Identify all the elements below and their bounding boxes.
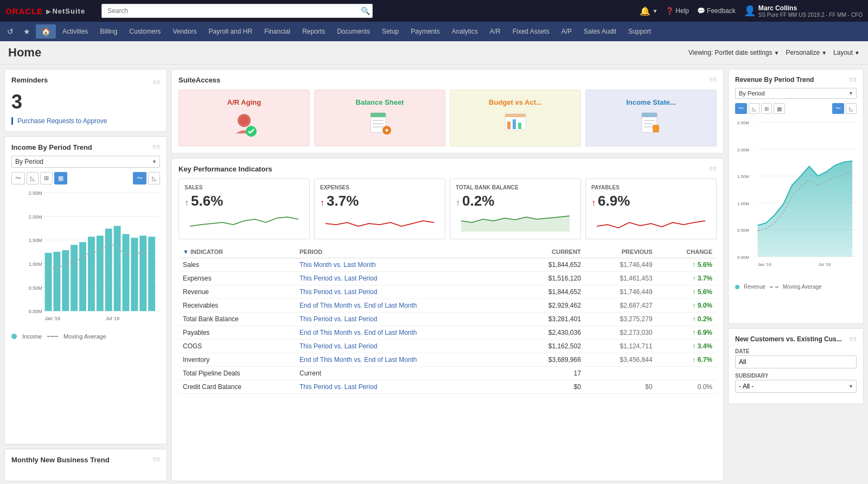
kpi-card: Key Performance Indicators ⠿⠿ SALES ↑ 5.…	[171, 158, 724, 481]
user-button[interactable]: 👤 Marc Collins SS Pure FF MM US 2019.2 -…	[744, 4, 863, 18]
kpi-row-period[interactable]: End of This Month vs. End of Last Month	[295, 326, 514, 340]
nav-home-icon[interactable]: 🏠	[36, 24, 56, 39]
suite-access-income-state[interactable]: Income State...	[585, 90, 717, 147]
kpi-row-previous: $1,461,453	[585, 272, 657, 285]
subsidiary-select[interactable]: - All -	[735, 380, 857, 393]
revenue-trend-title: Revenue By Period Trend	[735, 76, 814, 84]
kpi-row-change: ↑ 3.4%	[657, 340, 717, 353]
sidebar-item-customers[interactable]: Customers	[124, 24, 166, 39]
chart-type-bar[interactable]: ▦	[54, 172, 67, 184]
chart-view-toggle-1[interactable]: 〜	[133, 172, 146, 184]
kpi-bank-label: TOTAL BANK BALANCE	[456, 184, 575, 190]
period-select-wrapper: By Period	[11, 156, 160, 168]
kpi-row-previous: $3,456,844	[585, 353, 657, 367]
suite-access-balance-sheet[interactable]: Balance Sheet	[314, 90, 445, 147]
sidebar-item-vendors[interactable]: Vendors	[167, 24, 202, 39]
sidebar-item-payroll[interactable]: Payroll and HR	[203, 24, 258, 39]
revenue-chart-type-area[interactable]: ◺	[749, 103, 760, 114]
svg-rect-31	[371, 113, 386, 117]
kpi-row-change	[657, 367, 717, 380]
date-input[interactable]	[735, 355, 857, 368]
sidebar-item-setup[interactable]: Setup	[376, 24, 404, 39]
revenue-chart-type-line[interactable]: 〜	[735, 103, 747, 114]
subsidiary-label: SUBSIDIARY	[735, 373, 857, 379]
kpi-row-current: $1,844,652	[514, 258, 585, 272]
kpi-row-previous: $3,275,279	[585, 313, 657, 326]
sidebar-item-fixed-assets[interactable]: Fixed Assets	[507, 24, 555, 39]
search-input[interactable]	[101, 4, 373, 18]
date-form-row: DATE	[735, 348, 857, 368]
portlet-dropdown-icon: ▼	[774, 50, 780, 56]
svg-rect-19	[105, 228, 112, 311]
revenue-moving-avg-label: Moving Average	[783, 284, 822, 290]
kpi-row-previous: $1,124,711	[585, 340, 657, 353]
sidebar-item-documents[interactable]: Documents	[331, 24, 375, 39]
svg-rect-42	[518, 123, 521, 129]
kpi-sales-arrow-up: ↑	[184, 198, 189, 208]
kpi-row-period[interactable]: This Month vs. Last Month	[295, 258, 514, 272]
nav-refresh-icon[interactable]: ↺	[3, 24, 18, 39]
kpi-table-header-change: CHANGE	[657, 246, 717, 258]
sidebar-item-sales-audit[interactable]: Sales Audit	[578, 24, 622, 39]
search-button[interactable]: 🔍	[361, 7, 370, 15]
svg-text:2.50M: 2.50M	[29, 190, 42, 196]
kpi-row-period[interactable]: End of This Month vs. End of Last Month	[295, 353, 514, 367]
kpi-row-period[interactable]: This Period vs. Last Period	[295, 340, 514, 353]
sidebar-item-ap[interactable]: A/P	[556, 24, 577, 39]
kpi-row-period[interactable]: This Period vs. Last Period	[295, 313, 514, 326]
sidebar-item-ar[interactable]: A/R	[484, 24, 506, 39]
income-trend-title: Income By Period Trend	[11, 143, 92, 151]
sidebar-item-support[interactable]: Support	[623, 24, 656, 39]
revenue-period-select-wrapper: By Period	[735, 88, 857, 99]
kpi-sales-label: SALES	[184, 184, 304, 190]
suite-access-budget-vs-act[interactable]: Budget vs Act...	[450, 90, 581, 147]
nav-star-icon[interactable]: ★	[19, 24, 35, 39]
date-label: DATE	[735, 348, 857, 354]
viewing-portlet-link[interactable]: Viewing: Portlet date settings ▼	[688, 49, 779, 56]
reminder-link[interactable]: Purchase Requests to Approve	[11, 117, 107, 125]
sidebar-item-reports[interactable]: Reports	[297, 24, 330, 39]
sidebar-item-analytics[interactable]: Analytics	[446, 24, 483, 39]
notification-button[interactable]: 🔔▼	[640, 6, 658, 16]
kpi-row-period[interactable]: This Period vs. Last Period	[295, 272, 514, 285]
chart-type-area[interactable]: ◺	[27, 172, 39, 184]
help-button[interactable]: ❓ Help	[666, 7, 689, 15]
oracle-logo: ORACLE ▶ NetSuite	[5, 7, 85, 16]
revenue-view-toggle-1[interactable]: 〜	[832, 103, 844, 114]
kpi-row-period[interactable]: End of This Month vs. End of Last Month	[295, 299, 514, 313]
revenue-chart-type-bar[interactable]: ▦	[774, 103, 785, 114]
svg-rect-18	[97, 235, 104, 311]
kpi-table-expand-icon[interactable]: ▼	[183, 249, 189, 255]
chart-type-line[interactable]: 〜	[11, 172, 25, 184]
svg-text:2.00M: 2.00M	[29, 214, 42, 220]
svg-rect-24	[148, 237, 155, 311]
kpi-row-period[interactable]: This Period vs. Last Period	[295, 380, 514, 394]
sidebar-item-activities[interactable]: Activities	[57, 24, 93, 39]
feedback-button[interactable]: 💬 Feedback	[697, 7, 736, 15]
personalize-link[interactable]: Personalize ▼	[786, 49, 827, 56]
revenue-trend-card: Revenue By Period Trend ⠿⠿ By Period 〜 ◺…	[728, 69, 864, 324]
kpi-row-indicator: COGS	[178, 340, 295, 353]
sidebar-item-financial[interactable]: Financial	[259, 24, 296, 39]
kpi-row-current: $1,162,502	[514, 340, 585, 353]
kpi-row-indicator: Payables	[178, 326, 295, 340]
svg-rect-23	[139, 235, 146, 311]
revenue-view-toggle-2[interactable]: ◺	[846, 103, 857, 114]
svg-rect-16	[79, 242, 86, 311]
income-period-select[interactable]: By Period	[11, 156, 160, 168]
chart-type-table[interactable]: ⊞	[40, 172, 53, 184]
svg-text:1.50M: 1.50M	[737, 174, 749, 179]
suite-access-title: SuiteAccess	[178, 76, 220, 84]
suite-access-ar-aging[interactable]: A/R Aging	[178, 90, 310, 147]
sidebar-item-billing[interactable]: Billing	[94, 24, 123, 39]
kpi-row-previous: $1,746,449	[585, 285, 657, 299]
revenue-period-select[interactable]: By Period	[735, 88, 857, 99]
svg-marker-50	[461, 216, 570, 232]
layout-link[interactable]: Layout ▼	[833, 49, 860, 56]
kpi-payables-chart	[591, 213, 711, 232]
svg-rect-40	[507, 122, 510, 129]
sidebar-item-payments[interactable]: Payments	[405, 24, 445, 39]
revenue-chart-type-table[interactable]: ⊞	[761, 103, 772, 114]
chart-view-toggle-2[interactable]: ◺	[148, 172, 160, 184]
kpi-row-period[interactable]: This Period vs. Last Period	[295, 285, 514, 299]
